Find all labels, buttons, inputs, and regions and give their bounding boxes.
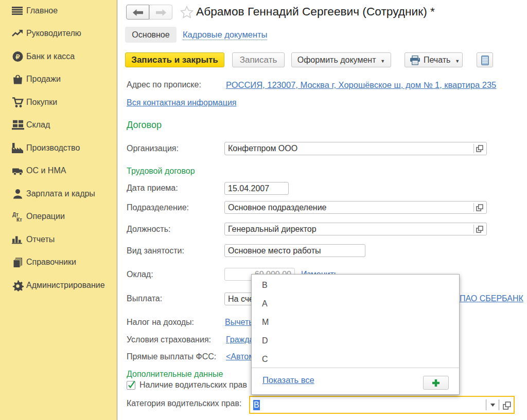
svg-text:₽: ₽ [15,53,20,61]
svg-text:Кт: Кт [16,217,22,223]
